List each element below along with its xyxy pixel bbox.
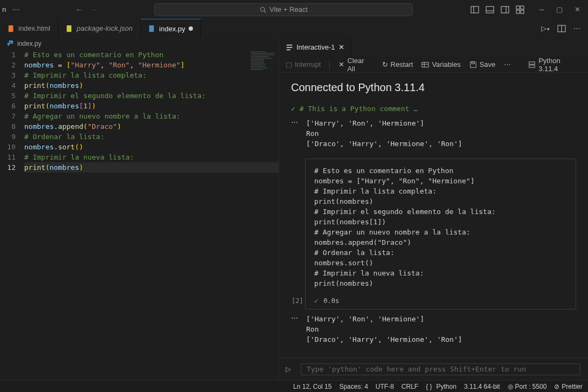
- breadcrumb-label: index.py: [17, 40, 41, 47]
- clear-all-button[interactable]: ✕Clear All: [338, 57, 373, 73]
- editor-tab[interactable]: package-lock.json: [58, 19, 141, 38]
- layout-panel-icon[interactable]: [486, 5, 494, 14]
- window-maximize-icon[interactable]: ▢: [556, 5, 563, 13]
- layout-primary-icon[interactable]: [471, 5, 479, 14]
- repl-input-row: ▷ Type 'python' code here and press Shif…: [279, 357, 588, 380]
- search-icon: [260, 6, 266, 13]
- status-cursor[interactable]: Ln 12, Col 15: [293, 383, 331, 390]
- svg-point-0: [260, 7, 265, 11]
- breadcrumb[interactable]: index.py: [0, 38, 279, 50]
- variables-button[interactable]: Variables: [421, 60, 460, 68]
- first-run-row[interactable]: ✓ # This is a Python comment …: [291, 105, 576, 113]
- svg-rect-14: [149, 25, 154, 32]
- panel-tab-label: Interactive-1: [296, 43, 335, 51]
- cell-time: 0.0s: [323, 297, 339, 305]
- restart-icon: ↻: [382, 60, 388, 68]
- check-icon: ✓: [291, 105, 295, 113]
- save-button[interactable]: Save: [469, 60, 496, 68]
- repl-input[interactable]: Type 'python' code here and press Shift+…: [301, 363, 580, 375]
- svg-line-1: [264, 11, 266, 12]
- editor-tab-actions: ▷▾ ⋯: [534, 19, 588, 38]
- interpreter-picker[interactable]: Python 3.11.4: [528, 57, 582, 73]
- editor-tab-bar: index.htmlpackage-lock.jsonindex.py ▷▾ ⋯: [0, 19, 588, 38]
- svg-rect-10: [516, 10, 520, 13]
- titlebar: n ⋯ ← → Vite + React ─ ▢ ✕: [0, 0, 588, 19]
- editor-tab[interactable]: index.py: [141, 19, 200, 38]
- svg-rect-12: [9, 25, 13, 31]
- svg-rect-24: [529, 61, 535, 64]
- restart-button[interactable]: ↻Restart: [382, 60, 413, 68]
- editor-tab[interactable]: index.html: [0, 19, 58, 38]
- check-icon: ✓: [314, 297, 318, 305]
- status-prettier[interactable]: ⊘Prettier: [554, 383, 583, 390]
- variables-icon: [421, 61, 429, 68]
- cancel-icon: ⊘: [554, 383, 559, 390]
- tab-label: index.py: [159, 25, 185, 33]
- app-menu-label[interactable]: n: [2, 5, 6, 13]
- status-bar: Ln 12, Col 15 Spaces: 4 UTF-8 CRLF { }Py…: [0, 380, 588, 392]
- cell-more-icon[interactable]: ⋯: [291, 118, 299, 126]
- window-close-icon[interactable]: ✕: [575, 5, 580, 13]
- menu-ellipsis-icon[interactable]: ⋯: [12, 5, 19, 13]
- panel-tab-bar: Interactive-1 ✕: [279, 38, 588, 57]
- command-center-label: Vite + React: [269, 5, 308, 13]
- svg-rect-11: [521, 10, 524, 13]
- panel-tab-interactive[interactable]: Interactive-1 ✕: [279, 38, 351, 57]
- tab-label: package-lock.json: [77, 24, 133, 32]
- svg-rect-4: [486, 6, 494, 13]
- svg-rect-23: [472, 61, 474, 64]
- panel-more-icon[interactable]: ⋯: [504, 60, 511, 68]
- status-interpreter[interactable]: 3.11.4 64-bit: [464, 383, 500, 390]
- run-cell-icon[interactable]: ▷: [286, 365, 291, 373]
- layout-customize-icon[interactable]: [516, 5, 524, 14]
- python-icon: [6, 40, 14, 47]
- svg-rect-8: [516, 6, 520, 9]
- server-icon: [528, 61, 536, 68]
- panel-toolbar: ▢Interrupt ✕Clear All ↻Restart Variables…: [279, 57, 588, 73]
- nav-forward-icon[interactable]: →: [90, 5, 97, 13]
- editor-pane: index.py 123456789101112 # Esto es un co…: [0, 38, 279, 380]
- html-icon: [8, 25, 15, 32]
- panel-body[interactable]: Connected to Python 3.11.4 ✓ # This is a…: [279, 73, 588, 357]
- run-icon[interactable]: ▷▾: [541, 24, 550, 32]
- svg-rect-2: [471, 6, 479, 13]
- minimap[interactable]: [251, 51, 278, 94]
- output-block-1: ⋯ ['Harry', 'Ron', 'Hermione'] Ron ['Dra…: [291, 118, 576, 149]
- output-block-2: ⋯ ['Harry', 'Ron', 'Hermione'] Ron ['Dra…: [291, 314, 576, 345]
- layout-secondary-icon[interactable]: [501, 5, 509, 14]
- command-center[interactable]: Vite + React: [154, 3, 413, 16]
- status-indent[interactable]: Spaces: 4: [339, 383, 368, 390]
- svg-rect-25: [529, 65, 535, 67]
- split-editor-icon[interactable]: [557, 24, 566, 33]
- cell-index: [2]: [292, 297, 303, 305]
- status-encoding[interactable]: UTF-8: [376, 383, 394, 390]
- tab-label: index.html: [18, 24, 50, 32]
- interactive-icon: [286, 44, 293, 51]
- status-port[interactable]: ◎Port : 5500: [508, 383, 547, 390]
- python-icon: [148, 25, 156, 32]
- broadcast-icon: ◎: [508, 383, 513, 390]
- status-eol[interactable]: CRLF: [402, 383, 418, 390]
- connection-heading: Connected to Python 3.11.4: [291, 81, 576, 94]
- nav-back-icon[interactable]: ←: [75, 5, 82, 13]
- svg-rect-13: [67, 25, 72, 31]
- json-icon: [66, 25, 73, 32]
- stop-icon: ▢: [286, 60, 292, 68]
- editor-more-icon[interactable]: ⋯: [573, 24, 580, 32]
- svg-rect-9: [521, 6, 524, 9]
- code-editor[interactable]: 123456789101112 # Esto es un comentario …: [0, 50, 279, 380]
- svg-rect-6: [501, 6, 509, 13]
- dirty-dot-icon: [189, 26, 193, 31]
- interactive-panel: Interactive-1 ✕ ▢Interrupt ✕Clear All ↻R…: [279, 38, 588, 380]
- close-icon[interactable]: ✕: [338, 43, 344, 51]
- window-minimize-icon[interactable]: ─: [539, 5, 544, 13]
- cell-more-icon[interactable]: ⋯: [291, 314, 299, 322]
- interrupt-button: ▢Interrupt: [286, 60, 321, 68]
- svg-rect-20: [422, 62, 428, 67]
- code-cell[interactable]: # Esto es un comentario en Python nombre…: [305, 159, 576, 310]
- status-language[interactable]: { }Python: [426, 383, 456, 390]
- save-icon: [469, 61, 477, 68]
- clear-icon: ✕: [338, 60, 344, 68]
